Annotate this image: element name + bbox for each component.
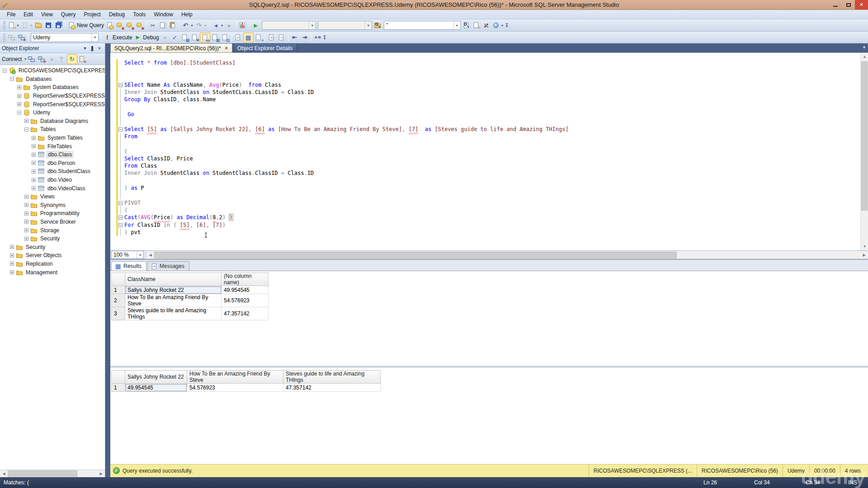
tree-item-label[interactable]: ReportServer$SQLEXPRESSTempDB: [32, 101, 105, 108]
expand-icon[interactable]: +: [24, 195, 28, 199]
tree-item-database-diagrams[interactable]: +Database Diagrams: [0, 117, 105, 126]
intellisense-enabled-icon[interactable]: ab: [200, 33, 210, 42]
tree-item-udemy[interactable]: −Udemy: [0, 108, 105, 117]
tree-item-management[interactable]: +Management: [0, 268, 105, 277]
script-icon[interactable]: ✕: [77, 54, 87, 64]
menu-query[interactable]: Query: [57, 10, 80, 19]
menu-project[interactable]: Project: [80, 10, 105, 19]
tree-item-system-tables[interactable]: +System Tables: [0, 134, 105, 142]
tree-item-label[interactable]: dbo.Video: [47, 177, 73, 183]
close-panel-icon[interactable]: ✕: [96, 45, 103, 52]
code-line-23[interactable]: −For ClassID in ( [5], [6], [7]): [110, 221, 860, 229]
tree-item-dbo-video[interactable]: +dbo.Video: [0, 176, 105, 184]
redo-icon[interactable]: ↷▼: [194, 20, 208, 30]
tree-item-label[interactable]: Server Objects: [25, 252, 62, 258]
results-tab-results[interactable]: ▦Results: [111, 261, 146, 271]
tree-item-system-databases[interactable]: +System Databases: [0, 83, 105, 92]
code-line-1[interactable]: Select * from [dbo].[StudentClass]: [110, 59, 860, 66]
expand-icon[interactable]: +: [10, 245, 14, 249]
expand-icon[interactable]: +: [32, 178, 36, 182]
connect-button[interactable]: Connect: [2, 56, 22, 62]
expand-icon[interactable]: +: [24, 119, 28, 123]
row-number-cell[interactable]: 1: [112, 286, 125, 294]
tree-item-label[interactable]: System Tables: [47, 135, 84, 141]
code-line-13[interactable]: (: [110, 148, 860, 155]
code-line-7[interactable]: [110, 103, 860, 111]
undo-icon-dropdown[interactable]: ▼: [190, 24, 193, 27]
scroll-up-icon[interactable]: ▲: [861, 53, 868, 61]
maximize-button[interactable]: [842, 0, 855, 9]
code-line-4[interactable]: −SElect Name As ClassName, Avg(Price) fr…: [110, 81, 860, 89]
tree-item-synonyms[interactable]: +Synonyms: [0, 201, 105, 210]
expand-icon[interactable]: +: [24, 203, 28, 207]
code-line-14[interactable]: Select ClassID, Price: [110, 155, 860, 162]
tree-item-replication[interactable]: +Replication: [0, 260, 105, 268]
activity-monitor-icon[interactable]: [238, 20, 248, 30]
code-line-6[interactable]: Group By ClassID, class.Name: [110, 96, 860, 103]
undo-icon[interactable]: ↶▼: [181, 20, 194, 30]
editor-zoom-select[interactable]: 100 % ▼: [111, 251, 144, 259]
toolbar-combo-1-dropdown-icon[interactable]: ▼: [309, 21, 316, 29]
new-item-icon-dropdown[interactable]: ▼: [16, 24, 19, 27]
connect-database-icon[interactable]: [7, 33, 17, 42]
tree-item-label[interactable]: Udemy: [32, 109, 51, 116]
stop-icon[interactable]: ■: [160, 33, 170, 42]
navigate-forward-icon[interactable]: ▸: [225, 20, 235, 30]
find-in-files-icon[interactable]: [373, 20, 383, 30]
query-options-icon[interactable]: ✱: [190, 33, 200, 42]
tree-item-label[interactable]: dbo.VideoClass: [47, 185, 86, 192]
change-connection-icon[interactable]: ✕: [17, 33, 27, 42]
tree-item-label[interactable]: Storage: [39, 227, 60, 234]
results-grid-2[interactable]: Sallys Johny Rocket 22How To Be an Amazi…: [111, 370, 381, 392]
tab-close-icon[interactable]: ✕: [224, 46, 228, 51]
find-combo[interactable]: "▼: [384, 21, 461, 30]
toolbar-overflow-icon[interactable]: ▾▾: [506, 23, 508, 28]
fold-collapse-icon[interactable]: −: [118, 81, 123, 89]
xmla-query-icon[interactable]: ▣: [135, 20, 145, 30]
mdx-query-icon[interactable]: ▣: [115, 20, 125, 30]
include-actual-plan-icon[interactable]: ▦: [210, 33, 220, 42]
web-browser-icon[interactable]: ▼: [491, 20, 505, 30]
tree-item-server-objects[interactable]: +Server Objects: [0, 251, 105, 260]
code-line-5[interactable]: Inner Join StudentClass on StudentCLass.…: [110, 89, 860, 96]
cut-icon[interactable]: ✂: [148, 20, 158, 30]
quick-find-icon[interactable]: [462, 20, 472, 30]
code-line-8[interactable]: Go: [110, 111, 860, 118]
connect-dropdown-icon[interactable]: ▼: [24, 57, 27, 61]
tree-item-tables[interactable]: −Tables: [0, 125, 105, 134]
grid-cell[interactable]: Steves guide to life and Amazing THIngs: [125, 307, 222, 320]
close-button[interactable]: ✕: [855, 0, 868, 9]
tree-item-label[interactable]: FileTables: [47, 143, 73, 150]
scroll-left-icon[interactable]: ◀: [146, 251, 154, 259]
expand-icon[interactable]: +: [32, 186, 36, 190]
code-line-20[interactable]: −PIVOT: [110, 199, 860, 206]
save-all-icon[interactable]: [54, 20, 64, 30]
tree-item-label[interactable]: ReportServer$SQLEXPRESS: [32, 93, 105, 99]
dmx-query-icon[interactable]: ▣: [125, 20, 135, 30]
tree-item-security[interactable]: +Security: [0, 243, 105, 251]
execute-button[interactable]: !Execute: [103, 33, 133, 42]
tree-item-programmability[interactable]: +Programmability: [0, 209, 105, 218]
find-combo-dropdown-icon[interactable]: ▼: [453, 21, 460, 29]
tree-item-label[interactable]: Databases: [25, 76, 52, 82]
zoom-dropdown-icon[interactable]: ▼: [137, 251, 143, 258]
expand-icon[interactable]: +: [32, 169, 36, 174]
toolbar-overflow-icon[interactable]: ▾▾: [324, 35, 326, 40]
connect-object-explorer-icon[interactable]: [27, 54, 37, 64]
code-line-19[interactable]: [110, 192, 860, 199]
tree-item-label[interactable]: Service Broker: [39, 219, 77, 225]
tree-item-label[interactable]: dbo.Person: [47, 160, 76, 166]
tree-item-label[interactable]: dbo.Class: [47, 151, 73, 158]
menu-file[interactable]: File: [3, 10, 19, 19]
expand-icon[interactable]: +: [10, 253, 14, 258]
sql-editor[interactable]: Select * from [dbo].[StudentClass]−SElec…: [110, 52, 868, 250]
navigate-backward-icon[interactable]: ◂▼: [211, 20, 225, 30]
tree-item-reportserver-sqlexpresstempdb[interactable]: +ReportServer$SQLEXPRESSTempDB: [0, 100, 105, 108]
results-grid-1[interactable]: ClassName(No column name)1Sallys Johny R…: [111, 272, 269, 320]
tree-item-label[interactable]: dbo.StudentClass: [47, 168, 91, 174]
expand-icon[interactable]: +: [10, 262, 14, 266]
scrollbar-thumb[interactable]: [861, 61, 868, 211]
menu-tools[interactable]: Tools: [129, 10, 150, 19]
code-line-17[interactable]: [110, 177, 860, 184]
grid-cell[interactable]: 47.357142: [222, 307, 269, 320]
